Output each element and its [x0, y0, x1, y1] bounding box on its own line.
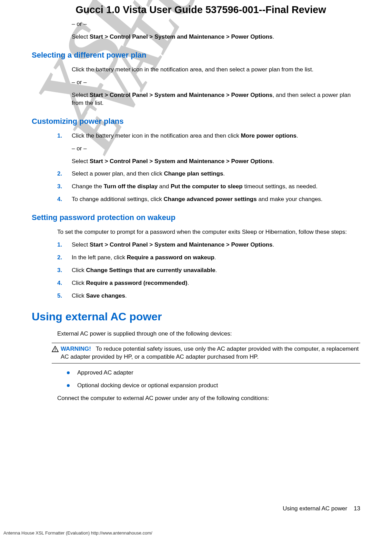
- text: Select: [72, 33, 90, 40]
- bold-text: Require a password (recommended): [86, 280, 188, 286]
- step-number: 2.: [57, 254, 62, 262]
- bold-text: Save changes: [86, 292, 125, 299]
- text: .: [214, 254, 216, 261]
- text: .: [223, 170, 225, 177]
- step-number: 4.: [57, 279, 62, 287]
- menu-path: Start > Control Panel > System and Maint…: [90, 33, 272, 40]
- heading-selecting-plan: Selecting a different power plan: [32, 51, 360, 60]
- text: Click: [72, 280, 86, 286]
- text: Select a power plan, and then click: [72, 170, 164, 177]
- list-item: 1. Click the battery meter icon in the n…: [57, 132, 360, 166]
- step-number: 3.: [57, 183, 62, 191]
- footer-page-number: 13: [354, 505, 360, 512]
- text: .: [272, 158, 274, 164]
- text: Click: [72, 292, 86, 299]
- list-item: 4. Click Require a password (recommended…: [57, 279, 360, 287]
- step-number: 5.: [57, 292, 62, 300]
- warning-icon: [52, 346, 59, 352]
- sec2-steps: 1. Click the battery meter icon in the n…: [57, 132, 360, 204]
- text: timeout settings, as needed.: [243, 183, 318, 190]
- bold-text: Require a password on wakeup: [127, 254, 214, 261]
- text: Select: [72, 158, 90, 164]
- sec4-bullets: Approved AC adapter Optional docking dev…: [67, 369, 360, 390]
- bold-text: More power options: [241, 132, 296, 139]
- text: Change the: [72, 183, 104, 190]
- text: Select: [72, 92, 90, 98]
- text: Click: [72, 267, 86, 273]
- list-item: 5. Click Save changes.: [57, 292, 360, 300]
- text: and make your changes.: [257, 196, 323, 202]
- text: .: [125, 292, 127, 299]
- intro-select: Select Start > Control Panel > System an…: [72, 33, 360, 41]
- bold-text: Change plan settings: [164, 170, 223, 177]
- warning-block: WARNING! To reduce potential safety issu…: [52, 343, 360, 363]
- list-item: 1. Select Start > Control Panel > System…: [57, 241, 360, 249]
- step-number: 1.: [57, 132, 62, 140]
- list-item: 3. Click Change Settings that are curren…: [57, 267, 360, 275]
- step-number: 1.: [57, 241, 62, 249]
- sec1-p1: Click the battery meter icon in the noti…: [72, 66, 360, 74]
- sec4-p1: External AC power is supplied through on…: [57, 330, 360, 338]
- text: .: [215, 267, 217, 273]
- heading-password-wakeup: Setting password protection on wakeup: [32, 213, 360, 222]
- text: In the left pane, click: [72, 254, 127, 261]
- menu-path: Start > Control Panel > System and Maint…: [90, 92, 272, 98]
- sec3-steps: 1. Select Start > Control Panel > System…: [57, 241, 360, 300]
- text: Select: [72, 241, 90, 248]
- heading-external-ac-power: Using external AC power: [32, 310, 360, 323]
- menu-path: Start > Control Panel > System and Maint…: [90, 241, 272, 248]
- text: .: [296, 132, 298, 139]
- step-select: Select Start > Control Panel > System an…: [72, 158, 360, 166]
- footer-section-page: Using external AC power 13: [283, 505, 360, 512]
- menu-path: Start > Control Panel > System and Maint…: [90, 158, 272, 164]
- list-item: 3. Change the Turn off the display and P…: [57, 183, 360, 191]
- svg-point-1: [55, 350, 56, 351]
- step-number: 4.: [57, 196, 62, 203]
- text: .: [272, 241, 274, 248]
- footer-generator: Antenna House XSL Formatter (Evaluation)…: [3, 530, 152, 536]
- document-title: Gucci 1.0 Vista User Guide 537596-001--F…: [41, 4, 360, 16]
- bold-text: Change Settings that are currently unava…: [86, 267, 215, 273]
- sec3-intro: To set the computer to prompt for a pass…: [57, 228, 360, 236]
- footer-section: Using external AC power: [283, 505, 347, 512]
- bold-text: Change advanced power settings: [164, 196, 257, 202]
- text: Click the battery meter icon in the noti…: [72, 132, 241, 139]
- intro-or: – or –: [72, 20, 360, 28]
- sec1-p2: Select Start > Control Panel > System an…: [72, 91, 360, 107]
- sec4-p2: Connect the computer to external AC powe…: [57, 395, 360, 402]
- page-content: Gucci 1.0 Vista User Guide 537596-001--F…: [0, 0, 392, 402]
- list-item: Approved AC adapter: [67, 369, 360, 377]
- bold-text: Put the computer to sleep: [171, 183, 243, 190]
- text: and: [158, 183, 171, 190]
- list-item: 2. Select a power plan, and then click C…: [57, 170, 360, 178]
- bold-text: Turn off the display: [104, 183, 158, 190]
- step-or: – or –: [72, 145, 360, 153]
- step-number: 2.: [57, 170, 62, 178]
- text: To reduce potential safety issues, use o…: [61, 346, 359, 360]
- heading-customizing-plans: Customizing power plans: [32, 117, 360, 126]
- text: To change additional settings, click: [72, 196, 164, 202]
- step-number: 3.: [57, 267, 62, 275]
- sec1-or: – or –: [72, 79, 360, 87]
- text: .: [272, 33, 274, 40]
- list-item: 2. In the left pane, click Require a pas…: [57, 254, 360, 262]
- list-item: Optional docking device or optional expa…: [67, 382, 360, 390]
- warning-label: WARNING!: [61, 346, 91, 352]
- warning-text: WARNING! To reduce potential safety issu…: [61, 345, 360, 361]
- text: .: [187, 280, 189, 286]
- list-item: 4. To change additional settings, click …: [57, 196, 360, 203]
